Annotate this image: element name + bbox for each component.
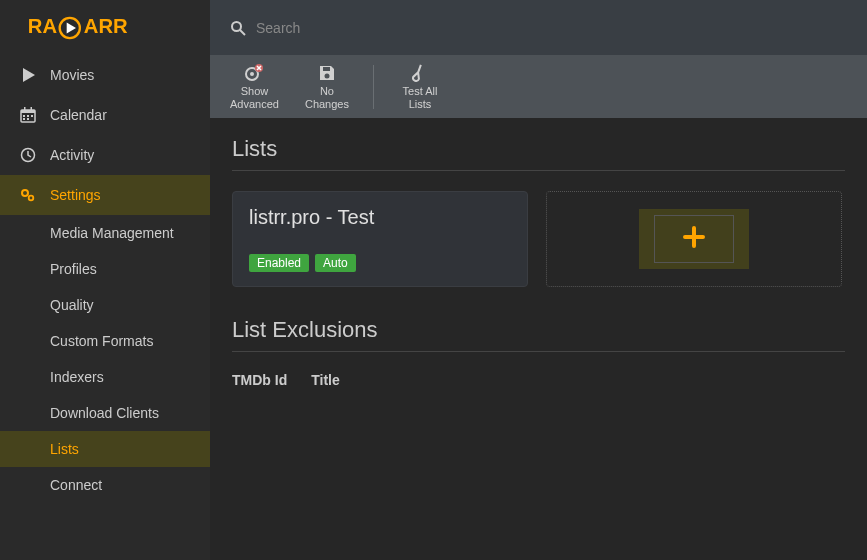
- svg-text:RA: RA: [28, 15, 58, 37]
- svg-rect-12: [23, 118, 25, 120]
- svg-rect-22: [323, 67, 330, 71]
- sidebar-sub-quality[interactable]: Quality: [0, 287, 210, 323]
- svg-point-16: [29, 196, 34, 201]
- toolbar-label: No: [320, 85, 334, 98]
- sidebar-item-label: Activity: [50, 147, 94, 163]
- main-region: Show Advanced No Changes Test All Lists …: [210, 0, 867, 560]
- toolbar-label: Changes: [305, 98, 349, 111]
- table-col-tmdb: TMDb Id: [232, 372, 287, 388]
- divider: [232, 351, 845, 352]
- svg-line-18: [240, 30, 245, 35]
- table-col-title: Title: [311, 372, 340, 388]
- sidebar-item-calendar[interactable]: Calendar: [0, 95, 210, 135]
- list-card-badges: Enabled Auto: [249, 254, 511, 272]
- svg-marker-4: [23, 68, 35, 82]
- sidebar-item-label: Lists: [50, 441, 79, 457]
- status-badge-enabled: Enabled: [249, 254, 309, 272]
- save-changes-button[interactable]: No Changes: [297, 61, 357, 112]
- svg-point-20: [250, 72, 254, 76]
- svg-text:ARR: ARR: [84, 15, 128, 37]
- svg-point-15: [22, 190, 28, 196]
- sidebar-item-label: Media Management: [50, 225, 174, 241]
- svg-rect-10: [27, 115, 29, 117]
- svg-point-17: [232, 22, 241, 31]
- svg-marker-2: [67, 22, 76, 33]
- toolbar-separator: [373, 65, 374, 109]
- sidebar-nav: Movies Calendar Activity Settings: [0, 55, 210, 560]
- clock-icon: [20, 147, 36, 163]
- toolbar-label: Advanced: [230, 98, 279, 111]
- topbar: [210, 0, 867, 55]
- sidebar-item-label: Indexers: [50, 369, 104, 385]
- svg-rect-11: [31, 115, 33, 117]
- svg-point-23: [324, 74, 329, 79]
- test-all-lists-button[interactable]: Test All Lists: [390, 61, 450, 112]
- sidebar-item-label: Download Clients: [50, 405, 159, 421]
- sidebar-sub-lists[interactable]: Lists: [0, 431, 210, 467]
- svg-rect-8: [31, 107, 33, 111]
- test-tube-icon: [412, 63, 428, 83]
- show-advanced-button[interactable]: Show Advanced: [222, 61, 287, 112]
- app-logo: RA ARR: [0, 0, 210, 55]
- svg-rect-6: [21, 110, 35, 113]
- plus-tile: [654, 215, 734, 263]
- svg-rect-7: [24, 107, 26, 111]
- sidebar-item-label: Custom Formats: [50, 333, 153, 349]
- search-input[interactable]: [256, 20, 456, 36]
- gears-icon: [20, 187, 36, 203]
- sidebar-item-label: Profiles: [50, 261, 97, 277]
- sidebar-item-label: Movies: [50, 67, 94, 83]
- save-icon: [318, 63, 336, 83]
- sidebar-sub-indexers[interactable]: Indexers: [0, 359, 210, 395]
- sidebar-sub-download-clients[interactable]: Download Clients: [0, 395, 210, 431]
- content: Lists listrr.pro - Test Enabled Auto: [210, 118, 867, 406]
- add-list-card[interactable]: [546, 191, 842, 287]
- play-icon: [20, 67, 36, 83]
- calendar-icon: [20, 107, 36, 123]
- sidebar-item-label: Quality: [50, 297, 94, 313]
- sidebar-sub-profiles[interactable]: Profiles: [0, 251, 210, 287]
- sidebar-item-movies[interactable]: Movies: [0, 55, 210, 95]
- sidebar-item-settings[interactable]: Settings: [0, 175, 210, 215]
- divider: [232, 170, 845, 171]
- plus-icon: [681, 224, 707, 254]
- search-icon: [230, 20, 246, 36]
- sidebar-item-activity[interactable]: Activity: [0, 135, 210, 175]
- list-card-item[interactable]: listrr.pro - Test Enabled Auto: [232, 191, 528, 287]
- gear-x-icon: [243, 63, 265, 83]
- svg-rect-9: [23, 115, 25, 117]
- status-badge-auto: Auto: [315, 254, 356, 272]
- sidebar-sub-connect[interactable]: Connect: [0, 467, 210, 503]
- toolbar-label: Test All: [403, 85, 438, 98]
- section-title-lists: Lists: [232, 136, 845, 162]
- toolbar-label: Lists: [409, 98, 432, 111]
- sidebar-sub-media-management[interactable]: Media Management: [0, 215, 210, 251]
- section-title-exclusions: List Exclusions: [232, 317, 845, 343]
- lists-cards: listrr.pro - Test Enabled Auto: [232, 191, 845, 287]
- list-card-title: listrr.pro - Test: [249, 206, 511, 229]
- svg-rect-13: [27, 118, 29, 120]
- exclusions-table-header: TMDb Id Title: [232, 372, 845, 388]
- sidebar-item-label: Settings: [50, 187, 101, 203]
- toolbar: Show Advanced No Changes Test All Lists: [210, 55, 867, 118]
- sidebar-item-label: Connect: [50, 477, 102, 493]
- toolbar-label: Show: [241, 85, 269, 98]
- sidebar-sub-custom-formats[interactable]: Custom Formats: [0, 323, 210, 359]
- sidebar-item-label: Calendar: [50, 107, 107, 123]
- sidebar: RA ARR Movies Calendar: [0, 0, 210, 560]
